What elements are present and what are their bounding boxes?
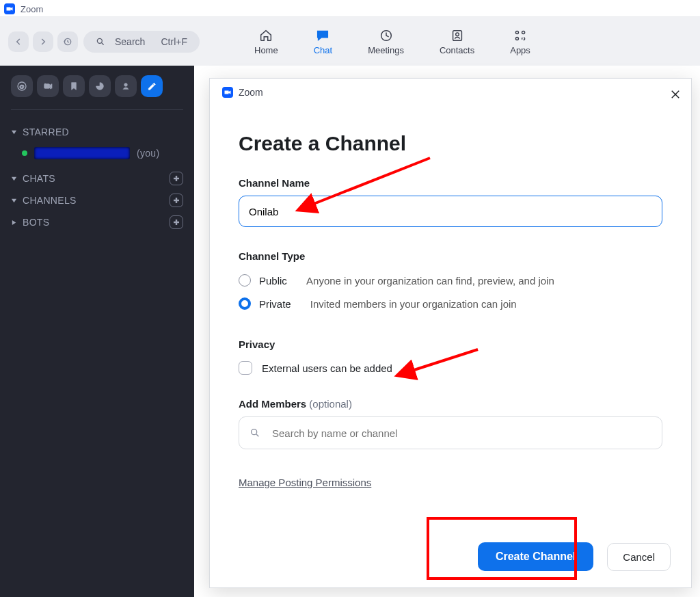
missed-calls-button[interactable] — [37, 75, 59, 97]
radio-unselected-icon — [239, 274, 251, 287]
chat-icon — [315, 28, 330, 43]
svg-marker-16 — [12, 130, 16, 133]
sidebar-group-starred[interactable]: STARRED — [11, 122, 183, 142]
titlebar: Zoom — [0, 0, 700, 16]
nav-history-button[interactable] — [57, 31, 78, 52]
files-button[interactable] — [89, 75, 111, 97]
tab-home[interactable]: Home — [254, 28, 278, 55]
sidebar-group-chats[interactable]: CHATS — [11, 168, 183, 189]
apps-icon — [513, 28, 528, 43]
svg-point-1 — [97, 38, 102, 43]
chevron-right-icon — [11, 220, 17, 226]
tab-contacts[interactable]: Contacts — [440, 28, 474, 55]
nav-back-button[interactable] — [8, 31, 29, 52]
app-title: Zoom — [21, 4, 43, 14]
toolbar: Search Ctrl+F Home Chat Meetings Contact… — [0, 16, 700, 66]
presence-online-icon — [22, 150, 27, 156]
tab-chat[interactable]: Chat — [314, 28, 332, 55]
chat-sidebar: @ STARRED (you) CHATS CHANNELS — [0, 66, 194, 597]
private-desc: Invited members in your organization can… — [310, 298, 517, 310]
content-area: Zoom Create a Channel Channel Name Chann… — [194, 66, 700, 597]
sidebar-item-self[interactable]: (you) — [11, 142, 183, 168]
zoom-logo-icon — [222, 87, 233, 98]
svg-point-15 — [124, 83, 128, 87]
bookmarks-button[interactable] — [63, 75, 85, 97]
home-icon — [258, 28, 273, 43]
svg-point-5 — [455, 32, 459, 36]
svg-line-29 — [256, 434, 258, 436]
channel-type-public[interactable]: Public Anyone in your organization can f… — [239, 269, 662, 292]
nav-forward-button[interactable] — [33, 31, 53, 52]
chevron-down-icon — [11, 129, 17, 135]
annotation-highlight-box — [427, 517, 577, 580]
channel-type-private[interactable]: Private Invited members in your organiza… — [239, 292, 662, 315]
compose-button[interactable] — [141, 75, 163, 97]
svg-point-8 — [515, 37, 518, 40]
svg-point-28 — [252, 429, 257, 435]
channel-name-input[interactable] — [239, 196, 662, 227]
svg-marker-23 — [12, 220, 16, 224]
cancel-button[interactable]: Cancel — [607, 543, 671, 571]
search-icon — [96, 37, 105, 47]
dialog-titlebar: Zoom — [222, 87, 679, 98]
svg-point-7 — [522, 31, 525, 34]
global-search[interactable]: Search Ctrl+F — [83, 31, 200, 53]
svg-point-9 — [522, 37, 525, 40]
contact-requests-button[interactable] — [115, 75, 137, 97]
channel-type-label: Channel Type — [239, 250, 662, 262]
dialog-heading: Create a Channel — [239, 132, 662, 155]
dialog-window-title: Zoom — [239, 87, 263, 98]
radio-selected-icon — [239, 297, 251, 310]
add-chat-button[interactable] — [170, 172, 183, 185]
redacted-name — [34, 147, 130, 159]
checkbox-unchecked-icon — [239, 361, 252, 375]
tab-apps[interactable]: Apps — [510, 28, 530, 55]
svg-text:@: @ — [19, 83, 25, 90]
external-users-label: External users can be added — [262, 362, 392, 374]
public-label: Public — [259, 275, 287, 287]
search-icon — [250, 427, 260, 438]
sidebar-group-bots[interactable]: BOTS — [11, 211, 183, 233]
manage-permissions-link[interactable]: Manage Posting Permissions — [239, 477, 371, 488]
svg-marker-20 — [12, 198, 16, 202]
svg-rect-12 — [44, 84, 50, 89]
private-label: Private — [259, 298, 291, 310]
mentions-filter-button[interactable]: @ — [11, 75, 33, 97]
create-channel-dialog: Zoom Create a Channel Channel Name Chann… — [209, 78, 692, 588]
contacts-icon — [450, 28, 465, 43]
zoom-logo-icon — [4, 3, 15, 14]
add-channel-button[interactable] — [170, 194, 183, 207]
svg-point-6 — [515, 31, 518, 34]
add-members-input[interactable] — [239, 416, 662, 449]
svg-marker-17 — [12, 176, 16, 180]
search-placeholder: Search — [115, 36, 145, 47]
add-members-label: Add Members (optional) — [239, 398, 662, 410]
clock-icon — [379, 28, 394, 43]
external-users-row[interactable]: External users can be added — [239, 357, 662, 375]
channel-name-label: Channel Name — [239, 177, 662, 189]
close-icon — [669, 88, 682, 101]
public-desc: Anyone in your organization can find, pr… — [306, 275, 554, 287]
chevron-down-icon — [11, 176, 17, 182]
chevron-down-icon — [11, 198, 17, 204]
svg-line-2 — [102, 42, 104, 44]
sidebar-group-channels[interactable]: CHANNELS — [11, 189, 183, 211]
privacy-label: Privacy — [239, 339, 662, 350]
search-shortcut: Ctrl+F — [161, 36, 188, 47]
you-suffix: (you) — [137, 148, 159, 159]
tab-meetings[interactable]: Meetings — [368, 28, 404, 55]
dialog-close-button[interactable] — [669, 88, 682, 103]
add-bot-button[interactable] — [170, 215, 183, 229]
